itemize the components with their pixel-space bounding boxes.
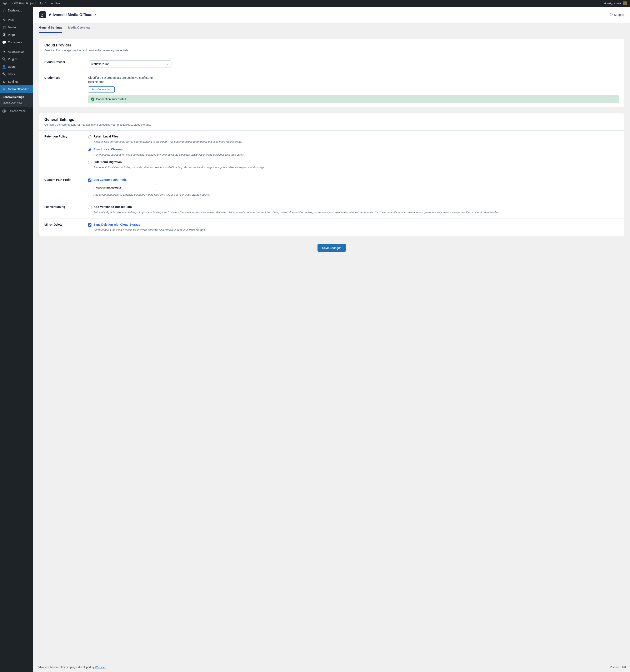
- retention-smart[interactable]: Smart Local Cleanup: [88, 148, 619, 151]
- account-link[interactable]: Howdy, admin: [602, 0, 628, 7]
- menu-media[interactable]: 🎵Media: [0, 24, 33, 31]
- mirror-check-row[interactable]: Sync Deletion with Cloud Storage: [88, 223, 619, 226]
- check-icon: ✓: [91, 97, 94, 101]
- new-link[interactable]: ＋New: [49, 0, 62, 7]
- howdy-text: Howdy, admin: [604, 2, 621, 5]
- menu-tools[interactable]: 🔧Tools: [0, 70, 33, 78]
- page-header: Advanced Media Offloader ⓘ Support: [33, 7, 630, 23]
- appearance-icon: ✦: [2, 50, 6, 54]
- prefix-checkbox[interactable]: [88, 178, 92, 182]
- cloud-provider-select[interactable]: Cloudflare R2: [88, 61, 171, 68]
- comments-link[interactable]: 🗨0: [38, 0, 48, 7]
- media-icon: 🎵: [2, 25, 6, 29]
- site-link[interactable]: ⌂WP Fitter Projects: [9, 0, 38, 7]
- users-icon: 👤: [2, 65, 6, 69]
- version-label: File Versioning: [44, 205, 88, 214]
- menu-appearance[interactable]: ✦Appearance: [0, 48, 33, 55]
- plugins-icon: 🔌: [2, 57, 6, 61]
- menu-comments[interactable]: 💬Comments: [0, 39, 33, 46]
- settings-icon: ⚙: [2, 79, 6, 84]
- connection-success-alert: ✓ Connection successful!: [88, 95, 619, 103]
- cloud-heading: Cloud Provider: [44, 43, 619, 48]
- tab-general-settings[interactable]: General Settings: [39, 23, 62, 33]
- retention-retain[interactable]: Retain Local Files: [88, 135, 619, 139]
- credentials-label: Credentials: [44, 76, 88, 103]
- retention-smart-radio[interactable]: [88, 148, 92, 151]
- admin-sidebar: ◷Dashboard ✎Posts 🎵Media 🗐Pages 💬Comment…: [0, 7, 33, 672]
- general-subheading: Configure the core options for managing …: [44, 123, 619, 126]
- general-heading: General Settings: [44, 118, 619, 122]
- menu-plugins[interactable]: 🔌Plugins: [0, 55, 33, 63]
- admin-bar: ⓦ ⌂WP Fitter Projects 🗨0 ＋New Howdy, adm…: [0, 0, 630, 7]
- site-title: WP Fitter Projects: [14, 2, 36, 5]
- general-settings-card: General Settings Configure the core opti…: [39, 113, 624, 236]
- tools-icon: 🔧: [2, 72, 6, 76]
- submenu: General Settings Media Overview: [0, 93, 33, 107]
- retention-retain-desc: Keep all files on your local server afte…: [94, 140, 619, 144]
- footer-text-post: .: [105, 666, 106, 669]
- retention-label: Retention Policy: [44, 135, 88, 170]
- menu-posts[interactable]: ✎Posts: [0, 16, 33, 24]
- tabs: General Settings Media Overview: [33, 23, 630, 33]
- content: Advanced Media Offloader ⓘ Support Gener…: [33, 7, 630, 672]
- menu-pages[interactable]: 🗐Pages: [0, 31, 33, 39]
- menu-media-offloader[interactable]: ∞Media Offloader: [0, 86, 33, 93]
- wordpress-icon: ⓦ: [3, 2, 7, 5]
- menu-users[interactable]: 👤Users: [0, 63, 33, 70]
- save-changes-button[interactable]: Save Changes: [317, 244, 346, 251]
- prefix-input[interactable]: [94, 184, 156, 191]
- cloud-provider-card: Cloud Provider Select a cloud storage pr…: [39, 39, 624, 107]
- cloud-subheading: Select a cloud storage provider and prov…: [44, 49, 619, 52]
- prefix-desc: Add a common prefix to organize offloade…: [94, 193, 619, 197]
- offloader-icon: ∞: [2, 87, 6, 91]
- prefix-label: Custom Path Prefix: [44, 178, 88, 197]
- link-icon: [41, 13, 45, 17]
- help-icon: ⓘ: [610, 13, 613, 17]
- avatar: [623, 1, 627, 5]
- menu-dashboard[interactable]: ◷Dashboard: [0, 7, 33, 14]
- retention-smart-desc: Remove local copies after cloud offloadi…: [94, 153, 619, 157]
- cloud-provider-label: Cloud Provider: [44, 61, 88, 68]
- page-title: Advanced Media Offloader: [49, 13, 96, 17]
- prefix-check-row[interactable]: Use Custom Path Prefix: [88, 178, 619, 182]
- tab-media-overview[interactable]: Media Overview: [68, 23, 90, 33]
- submenu-media-overview[interactable]: Media Overview: [0, 100, 33, 105]
- collapse-menu[interactable]: ◀Collapse menu: [0, 107, 33, 114]
- app-logo: [39, 11, 46, 18]
- home-icon: ⌂: [11, 2, 13, 5]
- retention-full[interactable]: Full Cloud Migration: [88, 161, 619, 164]
- footer-link[interactable]: WPFitter: [95, 666, 106, 669]
- retention-full-radio[interactable]: [88, 161, 92, 164]
- cred-line-1: Cloudflare R2 credentials are set in wp-…: [88, 76, 619, 79]
- cred-line-2: Bucket: amo: [88, 80, 619, 83]
- version-checkbox[interactable]: [88, 206, 92, 209]
- comments-icon: 💬: [2, 40, 6, 44]
- version-desc: Automatically add unique timestamps to y…: [94, 210, 619, 214]
- comment-count: 0: [45, 2, 46, 5]
- new-label: New: [55, 2, 60, 5]
- pages-icon: 🗐: [2, 33, 6, 37]
- mirror-desc: When enabled, deleting a media file in W…: [94, 228, 619, 232]
- retention-retain-radio[interactable]: [88, 135, 92, 139]
- wp-logo[interactable]: ⓦ: [2, 0, 8, 7]
- footer-version: Version 3.0.0: [610, 666, 626, 669]
- posts-icon: ✎: [2, 18, 6, 22]
- retention-full-desc: Remove all local files, including origin…: [94, 165, 619, 170]
- comment-icon: 🗨: [40, 2, 43, 5]
- support-link[interactable]: ⓘ Support: [610, 13, 624, 17]
- submenu-general-settings[interactable]: General Settings: [0, 94, 33, 100]
- mirror-label: Mirror Delete: [44, 223, 88, 232]
- version-check-row[interactable]: Add Version to Bucket Path: [88, 205, 619, 209]
- footer: Advanced Media Offloader plugin develope…: [33, 662, 630, 672]
- dashboard-icon: ◷: [2, 8, 6, 13]
- collapse-icon: ◀: [2, 109, 6, 113]
- test-connection-button[interactable]: Test Connection: [88, 87, 115, 93]
- mirror-checkbox[interactable]: [88, 223, 92, 226]
- menu-settings[interactable]: ⚙Settings: [0, 78, 33, 86]
- footer-text-pre: Advanced Media Offloader plugin develope…: [38, 666, 95, 669]
- plus-icon: ＋: [50, 2, 53, 5]
